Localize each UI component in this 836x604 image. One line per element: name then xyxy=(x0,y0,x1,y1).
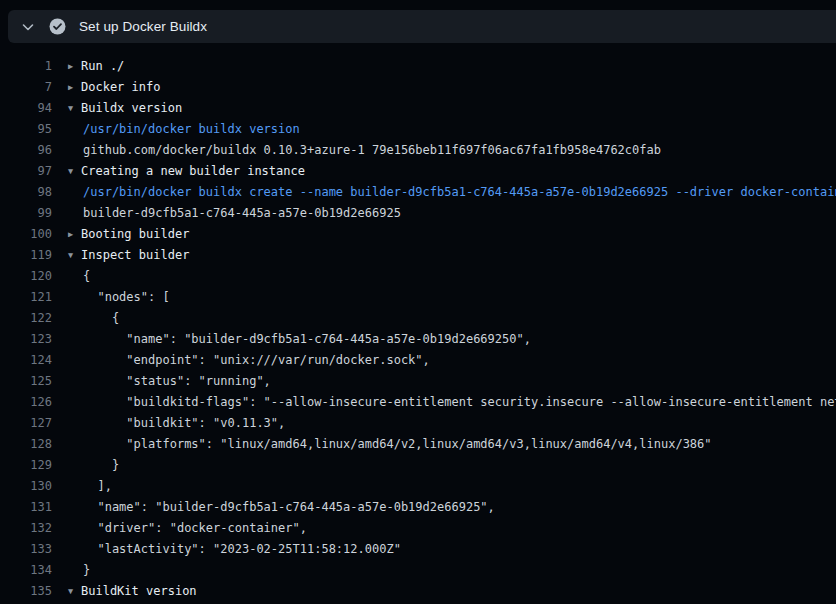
log-row: 125 "status": "running", xyxy=(0,371,836,392)
line-number[interactable]: 99 xyxy=(0,203,52,224)
line-number[interactable]: 130 xyxy=(0,476,52,497)
line-number[interactable]: 128 xyxy=(0,434,52,455)
line-number[interactable]: 133 xyxy=(0,539,52,560)
log-line-text: } xyxy=(68,455,119,476)
log-line-text: builder-d9cfb5a1-c764-445a-a57e-0b19d2e6… xyxy=(68,203,401,224)
line-number[interactable]: 100 xyxy=(0,224,52,245)
line-number[interactable]: 7 xyxy=(0,77,52,98)
log-row[interactable]: 1 ▶Run ./ xyxy=(0,56,836,77)
log-line-text: { xyxy=(68,266,90,287)
group-title: Run ./ xyxy=(81,59,124,73)
triangle-down-icon[interactable]: ▼ xyxy=(68,161,81,182)
step-header[interactable]: Set up Docker Buildx xyxy=(8,10,836,43)
log-row: 98 /usr/bin/docker buildx create --name … xyxy=(0,182,836,203)
triangle-right-icon[interactable]: ▶ xyxy=(68,224,81,245)
log-group-header: ▼Inspect builder xyxy=(68,245,189,266)
triangle-down-icon[interactable]: ▼ xyxy=(68,581,81,602)
group-title: Creating a new builder instance xyxy=(81,164,305,178)
line-number[interactable]: 134 xyxy=(0,560,52,581)
triangle-right-icon[interactable]: ▶ xyxy=(68,77,81,98)
log-line-text: "endpoint": "unix:///var/run/docker.sock… xyxy=(68,350,430,371)
log-line-text: "status": "running", xyxy=(68,371,271,392)
log-row[interactable]: 119 ▼Inspect builder xyxy=(0,245,836,266)
log-line-text: { xyxy=(68,308,119,329)
line-number[interactable]: 131 xyxy=(0,497,52,518)
line-number[interactable]: 94 xyxy=(0,98,52,119)
log-row[interactable]: 94 ▼Buildx version xyxy=(0,98,836,119)
log-row: 99 builder-d9cfb5a1-c764-445a-a57e-0b19d… xyxy=(0,203,836,224)
log-line-text: "driver": "docker-container", xyxy=(68,518,307,539)
group-title: BuildKit version xyxy=(81,584,197,598)
line-number[interactable]: 97 xyxy=(0,161,52,182)
log-line-text: /usr/bin/docker buildx create --name bui… xyxy=(68,182,836,203)
log-row: 133 "lastActivity": "2023-02-25T11:58:12… xyxy=(0,539,836,560)
log-row: 124 "endpoint": "unix:///var/run/docker.… xyxy=(0,350,836,371)
log-row: 126 "buildkitd-flags": "--allow-insecure… xyxy=(0,392,836,413)
log-row: 132 "driver": "docker-container", xyxy=(0,518,836,539)
log-group-header: ▶Docker info xyxy=(68,77,160,98)
log-line-text: "lastActivity": "2023-02-25T11:58:12.000… xyxy=(68,539,401,560)
log-line-text: "nodes": [ xyxy=(68,287,170,308)
chevron-down-icon[interactable] xyxy=(21,20,35,34)
log-row: 131 "name": "builder-d9cfb5a1-c764-445a-… xyxy=(0,497,836,518)
step-title: Set up Docker Buildx xyxy=(79,19,207,34)
log-line-text: ], xyxy=(68,476,112,497)
log-row: 129 } xyxy=(0,455,836,476)
line-number[interactable]: 124 xyxy=(0,350,52,371)
line-number[interactable]: 119 xyxy=(0,245,52,266)
log-console: 1 ▶Run ./ 7 ▶Docker info 94 ▼Buildx vers… xyxy=(0,43,836,604)
log-line-text: } xyxy=(68,560,90,581)
line-number[interactable]: 122 xyxy=(0,308,52,329)
line-number[interactable]: 132 xyxy=(0,518,52,539)
log-line-text: /usr/bin/docker buildx version xyxy=(68,119,300,140)
line-number[interactable]: 96 xyxy=(0,140,52,161)
log-row: 134 } xyxy=(0,560,836,581)
check-circle-icon xyxy=(49,18,66,35)
log-row[interactable]: 97 ▼Creating a new builder instance xyxy=(0,161,836,182)
log-row[interactable]: 135 ▼BuildKit version xyxy=(0,581,836,602)
log-line-text: "buildkit": "v0.11.3", xyxy=(68,413,285,434)
line-number[interactable]: 125 xyxy=(0,371,52,392)
triangle-down-icon[interactable]: ▼ xyxy=(68,98,81,119)
log-line-text: github.com/docker/buildx 0.10.3+azure-1 … xyxy=(68,140,661,161)
log-row: 128 "platforms": "linux/amd64,linux/amd6… xyxy=(0,434,836,455)
group-title: Booting builder xyxy=(81,227,189,241)
log-row[interactable]: 100 ▶Booting builder xyxy=(0,224,836,245)
line-number[interactable]: 95 xyxy=(0,119,52,140)
line-number[interactable]: 126 xyxy=(0,392,52,413)
log-row: 122 { xyxy=(0,308,836,329)
log-row: 127 "buildkit": "v0.11.3", xyxy=(0,413,836,434)
log-row[interactable]: 7 ▶Docker info xyxy=(0,77,836,98)
line-number[interactable]: 121 xyxy=(0,287,52,308)
log-row: 130 ], xyxy=(0,476,836,497)
log-line-text: "buildkitd-flags": "--allow-insecure-ent… xyxy=(68,392,836,413)
line-number[interactable]: 129 xyxy=(0,455,52,476)
triangle-right-icon[interactable]: ▶ xyxy=(68,56,81,77)
log-group-header: ▶Run ./ xyxy=(68,56,124,77)
log-group-header: ▼BuildKit version xyxy=(68,581,197,602)
log-line-text: "name": "builder-d9cfb5a1-c764-445a-a57e… xyxy=(68,497,495,518)
log-row: 95 /usr/bin/docker buildx version xyxy=(0,119,836,140)
line-number[interactable]: 127 xyxy=(0,413,52,434)
log-row: 123 "name": "builder-d9cfb5a1-c764-445a-… xyxy=(0,329,836,350)
line-number[interactable]: 120 xyxy=(0,266,52,287)
log-line-text: "name": "builder-d9cfb5a1-c764-445a-a57e… xyxy=(68,329,531,350)
triangle-down-icon[interactable]: ▼ xyxy=(68,245,81,266)
group-title: Docker info xyxy=(81,80,160,94)
line-number[interactable]: 1 xyxy=(0,56,52,77)
group-title: Inspect builder xyxy=(81,248,189,262)
log-line-text: "platforms": "linux/amd64,linux/amd64/v2… xyxy=(68,434,712,455)
log-group-header: ▼Creating a new builder instance xyxy=(68,161,305,182)
log-row: 121 "nodes": [ xyxy=(0,287,836,308)
log-row: 96 github.com/docker/buildx 0.10.3+azure… xyxy=(0,140,836,161)
line-number[interactable]: 135 xyxy=(0,581,52,602)
line-number[interactable]: 98 xyxy=(0,182,52,203)
log-row: 120 { xyxy=(0,266,836,287)
group-title: Buildx version xyxy=(81,101,182,115)
log-group-header: ▶Booting builder xyxy=(68,224,189,245)
log-group-header: ▼Buildx version xyxy=(68,98,182,119)
line-number[interactable]: 123 xyxy=(0,329,52,350)
